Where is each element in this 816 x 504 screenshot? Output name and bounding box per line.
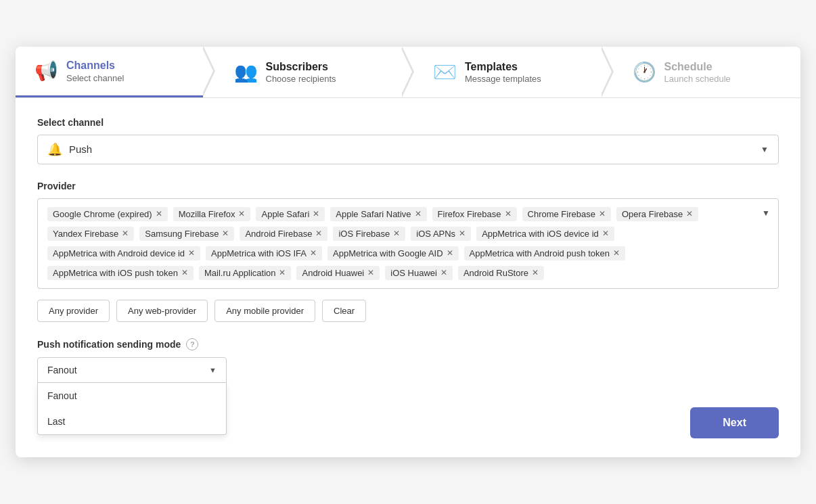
tag-label-ios-huawei: iOS Huawei (390, 268, 437, 278)
tag-remove-ios-firebase[interactable]: ✕ (393, 229, 400, 238)
push-mode-option-fanout[interactable]: Fanout (38, 383, 226, 409)
tag-remove-appmetrica-android-push-token[interactable]: ✕ (613, 248, 620, 258)
tag-remove-android-firebase[interactable]: ✕ (315, 229, 322, 238)
push-mode-option-last[interactable]: Last (38, 409, 226, 434)
channel-select-value: Push (69, 143, 761, 155)
tag-label-apple-safari: Apple Safari (261, 209, 309, 219)
tag-label-appmetrica-ios-push-token: AppMetrica with iOS push token (53, 268, 178, 278)
provider-tag-android-firebase: Android Firebase✕ (240, 227, 327, 241)
step-channels[interactable]: 📢 Channels Select channel (16, 47, 203, 97)
any-web-provider-button[interactable]: Any web-provider (116, 300, 208, 322)
tag-label-appmetrica-ios-device-id: AppMetrica with iOS device id (482, 229, 599, 239)
tag-label-firefox-firebase: Firefox Firebase (438, 209, 501, 219)
tag-remove-appmetrica-ios-ifa[interactable]: ✕ (310, 248, 317, 258)
tag-remove-appmetrica-ios-device-id[interactable]: ✕ (602, 229, 609, 238)
step-templates-text: Templates Message templates (465, 60, 541, 85)
help-icon[interactable]: ? (186, 338, 198, 350)
push-mode-dropdown[interactable]: Fanout ▼ Fanout Last (37, 357, 227, 383)
tag-remove-opera-firebase[interactable]: ✕ (686, 209, 693, 219)
push-mode-value: Fanout (47, 365, 209, 375)
channel-select-chevron-icon: ▼ (761, 145, 769, 154)
channel-select-dropdown[interactable]: 🔔 Push ▼ (37, 135, 779, 164)
channels-icon: 📢 (35, 60, 58, 82)
tag-remove-yandex-firebase[interactable]: ✕ (122, 229, 129, 238)
tag-remove-android-rustore[interactable]: ✕ (532, 268, 539, 277)
provider-tag-mozilla-firefox: Mozilla Firefox✕ (173, 207, 251, 221)
tag-remove-mozilla-firefox[interactable]: ✕ (238, 209, 245, 219)
tag-remove-appmetrica-ios-push-token[interactable]: ✕ (181, 268, 188, 277)
provider-box-chevron-icon[interactable]: ▼ (762, 208, 770, 218)
tag-remove-apple-safari[interactable]: ✕ (313, 209, 319, 219)
tag-remove-ios-apns[interactable]: ✕ (459, 229, 466, 238)
provider-tag-appmetrica-ios-device-id: AppMetrica with iOS device id✕ (476, 227, 614, 241)
step-schedule-sub: Launch schedule (664, 74, 731, 84)
tag-label-android-firebase: Android Firebase (245, 229, 312, 239)
step-subscribers-title: Subscribers (266, 60, 336, 74)
bell-icon: 🔔 (47, 142, 62, 157)
subscribers-icon: 👥 (234, 61, 258, 83)
tag-label-chrome-firebase: Chrome Firebase (528, 209, 595, 219)
tag-label-appmetrica-google-aid: AppMetrica with Google AID (333, 248, 443, 258)
any-mobile-provider-button[interactable]: Any mobile provider (214, 300, 315, 322)
provider-tag-samsung-firebase: Samsung Firebase✕ (139, 227, 234, 241)
provider-tag-ios-firebase: iOS Firebase✕ (333, 227, 405, 241)
provider-tag-apple-safari-native: Apple Safari Native✕ (330, 207, 426, 221)
provider-tag-opera-firebase: Opera Firebase✕ (616, 207, 698, 221)
clear-button[interactable]: Clear (322, 300, 366, 322)
tag-remove-android-huawei[interactable]: ✕ (367, 268, 374, 277)
provider-tag-appmetrica-android-device-id: AppMetrica with Android device id✕ (47, 246, 200, 260)
provider-tags-container: Google Chrome (expired)✕Mozilla Firefox✕… (37, 198, 779, 289)
provider-label: Provider (37, 181, 779, 191)
tag-remove-mailru-application[interactable]: ✕ (279, 268, 286, 277)
tag-remove-apple-safari-native[interactable]: ✕ (415, 209, 422, 219)
provider-tag-appmetrica-ios-push-token: AppMetrica with iOS push token✕ (47, 266, 194, 280)
push-mode-label: Push notification sending mode ? (37, 338, 779, 350)
provider-tag-android-huawei: Android Huawei✕ (296, 266, 380, 280)
step-subscribers-sub: Choose recipients (266, 74, 336, 84)
tag-label-ios-apns: iOS APNs (416, 229, 455, 239)
provider-tag-appmetrica-ios-ifa: AppMetrica with iOS IFA✕ (206, 246, 322, 260)
tag-label-mailru-application: Mail.ru Application (204, 268, 276, 278)
tag-remove-ios-huawei[interactable]: ✕ (440, 268, 447, 277)
step-channels-title: Channels (66, 59, 124, 73)
provider-tag-firefox-firebase: Firefox Firebase✕ (432, 207, 517, 221)
push-mode-label-text: Push notification sending mode (37, 339, 181, 350)
templates-icon: ✉️ (433, 61, 457, 83)
tag-label-android-huawei: Android Huawei (302, 268, 364, 278)
step-schedule-text: Schedule Launch schedule (664, 60, 731, 85)
tag-remove-appmetrica-google-aid[interactable]: ✕ (447, 248, 453, 258)
next-button[interactable]: Next (690, 407, 779, 438)
step-subscribers[interactable]: 👥 Subscribers Choose recipients (203, 47, 403, 97)
tag-remove-appmetrica-android-device-id[interactable]: ✕ (188, 248, 195, 258)
provider-tag-mailru-application: Mail.ru Application✕ (199, 266, 292, 280)
step-schedule: 🕐 Schedule Launch schedule (602, 47, 801, 97)
step-channels-text: Channels Select channel (66, 59, 124, 83)
provider-tag-ios-apns: iOS APNs✕ (411, 227, 471, 241)
select-channel-label: Select channel (37, 117, 779, 128)
stepper: 📢 Channels Select channel 👥 Subscribers … (16, 47, 800, 98)
push-mode-chevron-icon: ▼ (209, 366, 217, 374)
push-mode-trigger[interactable]: Fanout ▼ (37, 357, 227, 383)
modal-container: 📢 Channels Select channel 👥 Subscribers … (16, 47, 800, 457)
provider-tag-ios-huawei: iOS Huawei✕ (385, 266, 453, 280)
tag-remove-chrome-firebase[interactable]: ✕ (599, 209, 606, 219)
step-templates[interactable]: ✉️ Templates Message templates (402, 47, 602, 97)
any-provider-button[interactable]: Any provider (37, 300, 110, 322)
tag-remove-firefox-firebase[interactable]: ✕ (505, 209, 512, 219)
step-templates-title: Templates (465, 60, 541, 74)
tag-label-appmetrica-ios-ifa: AppMetrica with iOS IFA (211, 248, 307, 258)
provider-tag-appmetrica-google-aid: AppMetrica with Google AID✕ (327, 246, 459, 260)
push-mode-menu: Fanout Last (37, 383, 227, 435)
tag-remove-samsung-firebase[interactable]: ✕ (222, 229, 229, 238)
filter-row: Any provider Any web-provider Any mobile… (37, 300, 779, 322)
provider-tag-android-rustore: Android RuStore✕ (458, 266, 544, 280)
provider-tag-yandex-firebase: Yandex Firebase✕ (47, 227, 134, 241)
provider-tag-appmetrica-android-push-token: AppMetrica with Android push token✕ (464, 246, 625, 260)
provider-tag-chrome-firebase: Chrome Firebase✕ (522, 207, 611, 221)
step-templates-sub: Message templates (465, 74, 541, 84)
step-schedule-title: Schedule (664, 60, 731, 74)
tag-label-appmetrica-android-device-id: AppMetrica with Android device id (53, 248, 185, 258)
tag-remove-google-chrome[interactable]: ✕ (156, 209, 162, 219)
provider-tag-google-chrome: Google Chrome (expired)✕ (47, 207, 168, 221)
tag-label-ios-firebase: iOS Firebase (338, 229, 390, 239)
